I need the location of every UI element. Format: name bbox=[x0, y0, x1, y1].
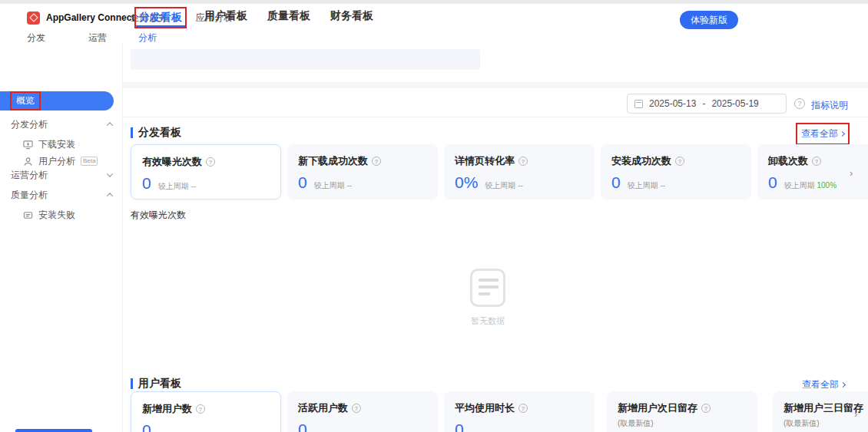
brand[interactable]: AppGallery Connect bbox=[27, 9, 134, 26]
chevron-up-icon bbox=[107, 122, 113, 128]
tab-quality-dashboard[interactable]: 质量看板 bbox=[264, 7, 313, 25]
overview-label-red-annotation: 概览 bbox=[10, 91, 41, 110]
brand-title: AppGallery Connect bbox=[46, 12, 134, 23]
date-end: 2025-05-19 bbox=[711, 98, 758, 109]
chevron-right-icon bbox=[840, 382, 846, 387]
dashboard-panel bbox=[123, 88, 868, 432]
metric-value: 0% bbox=[455, 173, 478, 192]
sidebar: 概览 分发分析 下载安装 用户分析 Beta 运营分析 质量分析 安装失败 bbox=[0, 42, 123, 432]
tab-user-dashboard[interactable]: 用户看板 bbox=[201, 7, 250, 25]
sidebar-group-operation-analysis[interactable]: 运营分析 bbox=[11, 168, 112, 182]
date-separator: - bbox=[702, 98, 705, 109]
empty-state: 暂无数据 bbox=[449, 269, 526, 327]
help-icon[interactable]: ? bbox=[372, 157, 381, 166]
no-data-document-icon bbox=[470, 269, 505, 307]
help-icon[interactable]: ? bbox=[794, 98, 805, 109]
metric-card-valid-impressions[interactable]: 有效曝光次数? 0较上周期 -- bbox=[131, 144, 281, 200]
sidebar-item-download-install[interactable]: 下载安装 bbox=[23, 137, 115, 151]
sidebar-group-quality-analysis[interactable]: 质量分析 bbox=[11, 188, 112, 202]
download-monitor-icon bbox=[23, 140, 33, 150]
tab-finance-dashboard[interactable]: 财务看板 bbox=[327, 7, 376, 25]
metric-value: 0 bbox=[298, 173, 307, 192]
date-range-picker[interactable]: 2025-05-13 - 2025-05-19 bbox=[627, 94, 787, 114]
metric-card-day1-retention[interactable]: 新增用户次日留存? (取最新值) bbox=[607, 391, 757, 432]
help-icon[interactable]: ? bbox=[518, 157, 528, 166]
help-icon[interactable]: ? bbox=[701, 404, 711, 413]
tab-distribution-dashboard[interactable]: 分发看板 bbox=[134, 7, 187, 28]
metric-card-install-success[interactable]: 安装成功次数? 0较上周期 -- bbox=[601, 144, 751, 200]
help-icon[interactable]: ? bbox=[206, 157, 215, 167]
beta-badge: Beta bbox=[81, 157, 98, 166]
section-title-users: 用户看板 bbox=[131, 377, 181, 391]
section-title-distribution: 分发看板 bbox=[131, 126, 181, 140]
help-icon[interactable]: ? bbox=[352, 404, 361, 413]
user-icon bbox=[23, 157, 33, 167]
metric-card-new-users[interactable]: 新增用户数? 0 bbox=[131, 391, 281, 432]
metric-note-link[interactable]: 指标说明 bbox=[811, 99, 848, 112]
loading-placeholder-block bbox=[131, 49, 480, 70]
section-bar bbox=[131, 378, 133, 389]
metric-sub-note: (取最新值) bbox=[618, 418, 747, 429]
cards-scroll-right-chevron[interactable]: › bbox=[850, 167, 853, 179]
install-fail-icon bbox=[23, 210, 33, 220]
help-icon[interactable]: ? bbox=[675, 157, 684, 166]
sidebar-item-overview[interactable]: 概览 bbox=[0, 91, 114, 110]
appgallery-logo-icon bbox=[27, 12, 40, 25]
help-icon[interactable]: ? bbox=[196, 404, 205, 414]
metric-value: 0 bbox=[142, 174, 151, 193]
metric-value-clipped: 0 bbox=[455, 420, 464, 432]
metric-value-clipped: 0 bbox=[142, 421, 151, 432]
metric-card-new-downloads[interactable]: 新下载成功次数? 0较上周期 -- bbox=[287, 144, 438, 200]
metric-card-avg-usage-duration[interactable]: 平均使用时长? 0 bbox=[444, 391, 595, 432]
date-start: 2025-05-13 bbox=[649, 98, 696, 109]
chart-metric-label: 有效曝光次数 bbox=[131, 209, 186, 222]
chevron-right-icon bbox=[840, 131, 845, 137]
sidebar-bottom-button-clipped[interactable] bbox=[15, 429, 92, 432]
help-icon[interactable]: ? bbox=[518, 404, 528, 413]
calendar-icon bbox=[634, 100, 643, 108]
help-icon[interactable]: ? bbox=[812, 157, 821, 166]
sidebar-item-install-fail[interactable]: 安装失败 bbox=[23, 208, 115, 222]
chevron-down-icon bbox=[107, 170, 113, 176]
metric-sub-note: (取最新值) bbox=[784, 418, 868, 429]
sidebar-group-distribution-analysis[interactable]: 分发分析 bbox=[11, 117, 112, 131]
top-header: AppGallery Connect 全部服务 应用分析 体验新版 分发 运营 … bbox=[0, 4, 868, 42]
background-gap bbox=[123, 82, 868, 88]
try-new-version-button[interactable]: 体验新版 bbox=[680, 11, 738, 29]
cards-scroll-right-chevron[interactable]: › bbox=[854, 408, 857, 420]
metric-card-active-users[interactable]: 活跃用户数? 0 bbox=[287, 391, 438, 432]
view-all-distribution-link[interactable]: 查看全部 bbox=[796, 123, 850, 145]
metric-card-detail-conversion[interactable]: 详情页转化率? 0%较上周期 -- bbox=[444, 144, 595, 200]
metric-value: 0 bbox=[768, 173, 777, 192]
chevron-up-icon bbox=[107, 193, 113, 199]
no-data-text: 暂无数据 bbox=[449, 315, 526, 327]
section-bar bbox=[131, 127, 133, 138]
view-all-users-link[interactable]: 查看全部 bbox=[802, 378, 845, 391]
sidebar-item-user-analysis[interactable]: 用户分析 Beta bbox=[23, 154, 115, 168]
metric-value: 0 bbox=[611, 173, 621, 192]
metric-value-clipped: 0 bbox=[298, 420, 307, 432]
